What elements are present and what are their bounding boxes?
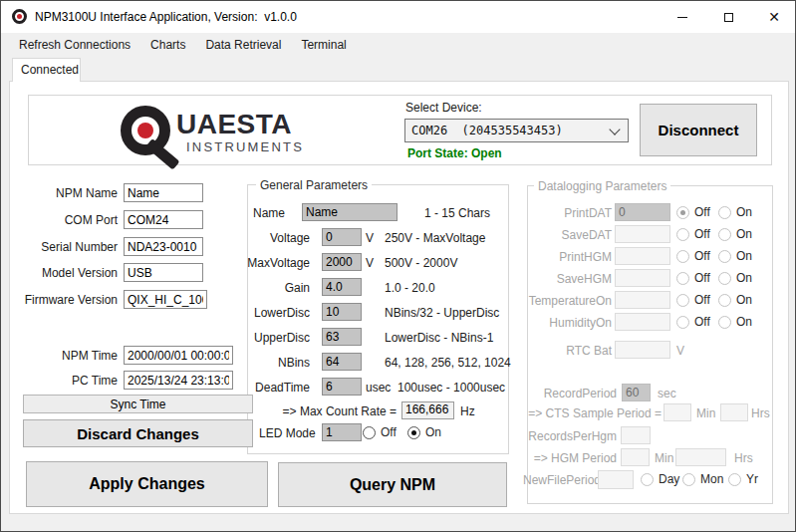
record-period-label: RecordPeriod bbox=[519, 387, 617, 400]
quaesta-dot-icon bbox=[137, 123, 153, 138]
temperatureon-off-radio: Off bbox=[676, 293, 710, 307]
voltage-hint: 250V - MaxVoltage bbox=[385, 231, 485, 245]
deadtime-unit: usec bbox=[366, 381, 391, 395]
upperdisc-label: UpperDisc bbox=[244, 331, 310, 345]
cts-sample-min-label: Min bbox=[696, 406, 715, 420]
npm-time-field[interactable] bbox=[124, 346, 233, 365]
new-file-period-input bbox=[598, 470, 634, 489]
voltage-label: Voltage bbox=[244, 231, 310, 245]
printhgm-input bbox=[615, 247, 670, 265]
select-device-label: Select Device: bbox=[405, 101, 482, 115]
maximize-button[interactable] bbox=[705, 1, 751, 33]
deadtime-input[interactable] bbox=[322, 378, 362, 396]
led-mode-label: LED Mode bbox=[259, 426, 316, 440]
new-file-period-label: NewFilePeriod bbox=[523, 473, 596, 487]
nbins-label: NBins bbox=[244, 356, 310, 370]
hgm-period-min-label: Min bbox=[655, 451, 673, 465]
savedat-input bbox=[615, 225, 670, 243]
humidityon-off-radio: Off bbox=[676, 315, 710, 329]
com-port-field[interactable] bbox=[124, 210, 203, 229]
printdat-on-radio: On bbox=[718, 205, 752, 219]
new-file-yr-radio: Yr bbox=[728, 472, 758, 486]
pc-time-field[interactable] bbox=[124, 371, 233, 390]
gen-name-input[interactable] bbox=[302, 203, 398, 221]
firmware-version-field[interactable] bbox=[124, 290, 207, 309]
gain-label: Gain bbox=[244, 281, 310, 295]
radio-icon bbox=[676, 316, 689, 329]
gen-name-label: Name bbox=[248, 206, 285, 220]
minimize-button[interactable] bbox=[660, 1, 705, 33]
cts-sample-min-input bbox=[663, 403, 691, 421]
radio-icon bbox=[676, 250, 689, 263]
menu-refresh-connections[interactable]: Refresh Connections bbox=[9, 33, 140, 57]
records-per-hgm-input bbox=[621, 426, 651, 444]
records-per-hgm-label: RecordsPerHgm bbox=[519, 429, 617, 443]
deadtime-hint: 100usec - 1000usec bbox=[398, 381, 505, 395]
savedat-label: SaveDAT bbox=[499, 228, 612, 242]
firmware-version-label: Firmware Version bbox=[19, 293, 118, 307]
model-version-field[interactable] bbox=[124, 263, 203, 282]
printhgm-label: PrintHGM bbox=[499, 250, 612, 264]
hgm-period-hrs-input bbox=[675, 448, 726, 466]
general-parameters-title: General Parameters bbox=[256, 178, 372, 192]
nbins-hint: 64, 128, 256, 512, 1024 bbox=[385, 356, 511, 370]
savehgm-label: SaveHGM bbox=[499, 272, 612, 286]
serial-number-field[interactable] bbox=[124, 237, 203, 256]
menu-terminal[interactable]: Terminal bbox=[291, 33, 356, 57]
radio-icon bbox=[676, 294, 689, 307]
tab-connected[interactable]: Connected bbox=[12, 58, 81, 82]
humidityon-input bbox=[615, 313, 670, 331]
temperatureon-label: TemperatureOn bbox=[499, 294, 612, 308]
savehgm-off-radio: Off bbox=[676, 271, 710, 285]
cts-sample-period-label: => CTS Sample Period = bbox=[527, 406, 662, 420]
led-on-radio[interactable]: On bbox=[407, 425, 441, 439]
savehgm-input bbox=[615, 269, 670, 287]
npm-time-label: NPM Time bbox=[19, 349, 118, 363]
hgm-period-label: => HGM Period bbox=[519, 451, 617, 465]
sync-time-button[interactable]: Sync Time bbox=[23, 395, 253, 413]
lowerdisc-label: LowerDisc bbox=[244, 306, 310, 320]
device-select-dropdown[interactable]: COM26 (204535543453) bbox=[404, 119, 629, 142]
cts-sample-hrs-label: Hrs bbox=[751, 406, 770, 420]
gain-hint: 1.0 - 20.0 bbox=[385, 281, 435, 295]
max-count-rate-unit: Hz bbox=[460, 404, 475, 418]
temperatureon-on-radio: On bbox=[718, 293, 752, 307]
maxvoltage-label: MaxVoltage bbox=[244, 256, 310, 270]
radio-icon bbox=[407, 426, 420, 439]
lowerdisc-input[interactable] bbox=[322, 303, 362, 321]
led-off-radio[interactable]: Off bbox=[363, 425, 397, 439]
apply-changes-button[interactable]: Apply Changes bbox=[26, 461, 268, 507]
printdat-off-radio: Off bbox=[676, 205, 710, 219]
rtc-bat-input bbox=[615, 341, 670, 359]
radio-icon bbox=[718, 250, 731, 263]
radio-icon bbox=[728, 473, 741, 486]
discard-changes-button[interactable]: Discard Changes bbox=[23, 419, 253, 447]
led-mode-input[interactable] bbox=[322, 423, 362, 441]
cts-sample-hrs-input bbox=[720, 403, 748, 421]
npm-name-label: NPM Name bbox=[19, 186, 118, 200]
maxvoltage-input[interactable] bbox=[322, 253, 362, 271]
nbins-input[interactable] bbox=[322, 353, 362, 371]
query-npm-button[interactable]: Query NPM bbox=[278, 462, 507, 507]
com-port-label: COM Port bbox=[19, 213, 118, 227]
radio-icon bbox=[718, 316, 731, 329]
radio-icon bbox=[718, 228, 731, 241]
lowerdisc-hint: NBins/32 - UpperDisc bbox=[385, 306, 499, 320]
close-button[interactable]: ✕ bbox=[751, 1, 796, 33]
voltage-input[interactable] bbox=[322, 228, 362, 246]
new-file-mon-radio: Mon bbox=[682, 472, 723, 486]
radio-icon bbox=[363, 426, 376, 439]
menu-charts[interactable]: Charts bbox=[140, 33, 195, 57]
voltage-unit: V bbox=[366, 231, 374, 245]
menu-data-retrieval[interactable]: Data Retrieval bbox=[195, 33, 291, 57]
disconnect-button[interactable]: Disconnect bbox=[640, 104, 757, 156]
radio-icon bbox=[676, 206, 689, 219]
max-count-rate-label: => Max Count Rate = bbox=[250, 404, 397, 418]
gain-input[interactable] bbox=[322, 278, 362, 296]
savedat-on-radio: On bbox=[718, 227, 752, 241]
upperdisc-input[interactable] bbox=[322, 328, 362, 346]
maximize-icon bbox=[724, 13, 733, 22]
deadtime-label: DeadTime bbox=[244, 381, 310, 395]
radio-icon bbox=[718, 206, 731, 219]
npm-name-field[interactable] bbox=[124, 183, 203, 202]
